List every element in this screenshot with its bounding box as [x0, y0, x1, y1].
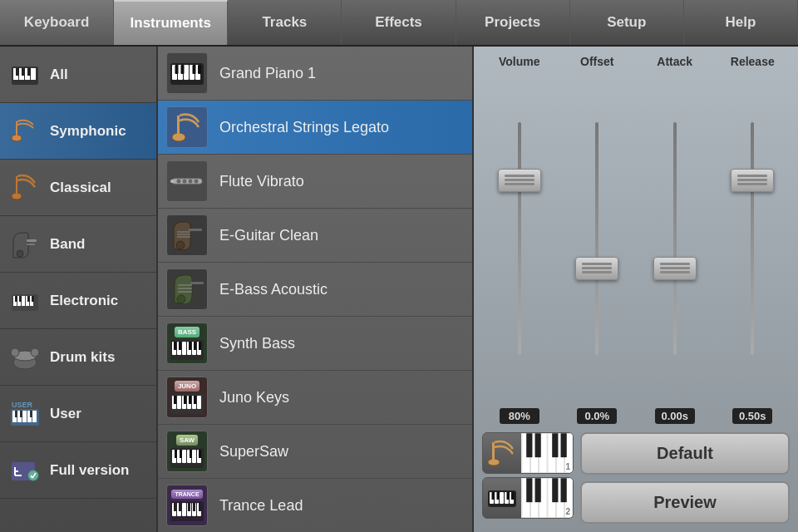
svg-rect-21: [15, 296, 17, 302]
controls-panel: Volume 80% Offset 0.0%: [474, 47, 798, 532]
svg-rect-36: [20, 411, 22, 417]
offset-label: Offset: [580, 55, 613, 68]
svg-rect-13: [27, 239, 37, 242]
preset-slot-1-icon: [483, 433, 521, 473]
instrument-trance-lead[interactable]: TRANCE: [158, 479, 472, 532]
sidebar-item-electronic[interactable]: Electronic: [0, 273, 156, 329]
instrument-name-supersaw: SuperSaw: [219, 443, 288, 461]
svg-rect-93: [174, 396, 176, 404]
release-slider-container[interactable]: [716, 73, 791, 403]
svg-point-12: [17, 250, 23, 257]
attack-slider-col: Attack 0.00s: [638, 55, 712, 424]
preview-button[interactable]: Preview: [580, 481, 790, 524]
tab-instruments[interactable]: Instruments: [114, 0, 228, 45]
release-track: [751, 122, 754, 355]
instrument-thumb-synth-bass: BASS: [166, 323, 208, 364]
sidebar-item-band[interactable]: Band: [0, 216, 156, 273]
svg-rect-7: [27, 68, 31, 76]
preset-slot-1[interactable]: 1: [482, 432, 574, 474]
sidebar-item-symphonic[interactable]: Symphonic: [0, 103, 156, 160]
svg-rect-125: [492, 442, 495, 464]
volume-handle[interactable]: [498, 169, 541, 192]
svg-point-27: [11, 348, 19, 357]
svg-rect-6: [22, 68, 25, 76]
tab-keyboard[interactable]: Keyboard: [0, 0, 114, 45]
tab-tracks[interactable]: Tracks: [228, 0, 342, 45]
sidebar-label-fullversion: Full version: [50, 462, 129, 479]
tab-effects[interactable]: Effects: [342, 0, 456, 45]
attack-label: Attack: [657, 55, 692, 68]
svg-rect-107: [199, 450, 201, 458]
instrument-eguitar-clean[interactable]: E-Guitar Clean: [158, 209, 472, 263]
sidebar-item-user[interactable]: USER User: [0, 386, 156, 442]
drumkits-icon: [8, 337, 42, 377]
instrument-name-eguitar: E-Guitar Clean: [219, 227, 318, 244]
tab-help[interactable]: Help: [684, 0, 798, 45]
release-label: Release: [731, 55, 775, 68]
preset-slot-2[interactable]: 2: [482, 477, 574, 519]
svg-point-59: [177, 180, 181, 184]
preset-slot-2-icon: [483, 478, 521, 518]
svg-rect-157: [561, 478, 567, 502]
sidebar-item-drumkits[interactable]: Drum kits: [0, 329, 156, 386]
instrument-thumb-orch-strings: [166, 106, 208, 148]
release-handle[interactable]: [731, 169, 774, 192]
sidebar-label-drumkits: Drum kits: [50, 349, 115, 366]
instrument-name-ebass: E-Bass Acoustic: [219, 281, 328, 298]
svg-rect-24: [32, 296, 34, 302]
instrument-orch-strings[interactable]: Orchestral Strings Legato: [158, 101, 472, 155]
instrument-ebass-acoustic[interactable]: E-Bass Acoustic: [158, 263, 472, 317]
bottom-controls: 1: [482, 432, 790, 524]
sidebar-item-classical[interactable]: Classical: [0, 160, 156, 216]
svg-rect-117: [188, 503, 190, 511]
offset-handle[interactable]: [575, 257, 618, 280]
preset-slot-1-keys: 1: [521, 433, 573, 473]
svg-rect-5: [16, 68, 19, 76]
default-button[interactable]: Default: [580, 432, 790, 475]
svg-rect-140: [500, 492, 504, 504]
tab-projects[interactable]: Projects: [456, 0, 570, 45]
preset-slot-2-keys: 2: [521, 478, 573, 518]
tab-setup[interactable]: Setup: [570, 0, 684, 45]
svg-rect-52: [175, 65, 179, 74]
instrument-juno-keys[interactable]: JUNO Juno Key: [158, 371, 472, 425]
release-value: 0.50s: [732, 408, 772, 424]
svg-rect-73: [190, 282, 204, 284]
svg-rect-53: [181, 65, 185, 74]
svg-rect-133: [526, 433, 532, 457]
svg-rect-144: [497, 492, 500, 500]
sidebar-label-band: Band: [50, 236, 86, 253]
instrument-name-synth-bass: Synth Bass: [219, 335, 295, 352]
instrument-list: Grand Piano 1 Orchestral Strings Legato: [158, 47, 474, 532]
instrument-synth-bass[interactable]: BASS: [158, 317, 472, 371]
offset-slider-container[interactable]: [560, 73, 635, 403]
attack-value: 0.00s: [655, 408, 695, 424]
instrument-name-trance: Trance Lead: [219, 497, 303, 515]
instrument-thumb-juno: JUNO: [166, 377, 208, 418]
volume-slider-container[interactable]: [482, 73, 557, 403]
svg-rect-18: [22, 296, 25, 306]
instrument-flute-vibrato[interactable]: Flute Vibrato: [158, 155, 472, 209]
svg-rect-32: [22, 411, 27, 422]
all-icon: [8, 55, 42, 95]
electronic-icon: [8, 281, 42, 321]
fullversion-icon: [8, 451, 42, 490]
offset-slider-col: Offset 0.0%: [560, 55, 635, 424]
svg-rect-145: [507, 492, 510, 500]
preset-slots: 1: [482, 432, 574, 524]
offset-track: [595, 122, 598, 355]
svg-rect-134: [535, 433, 541, 457]
svg-point-28: [31, 348, 39, 357]
instrument-grand-piano[interactable]: Grand Piano 1: [158, 47, 472, 101]
svg-rect-23: [27, 296, 30, 302]
svg-rect-104: [175, 450, 177, 458]
svg-rect-34: [32, 411, 37, 422]
attack-handle[interactable]: [653, 257, 697, 280]
attack-slider-container[interactable]: [638, 73, 712, 403]
svg-rect-9: [16, 121, 17, 140]
sidebar-item-fullversion[interactable]: Full version: [0, 442, 156, 499]
band-icon: [8, 224, 42, 264]
instrument-supersaw[interactable]: SAW SuperSaw: [158, 425, 472, 479]
symphonic-icon: [8, 111, 42, 151]
sidebar-item-all[interactable]: All: [0, 47, 156, 103]
